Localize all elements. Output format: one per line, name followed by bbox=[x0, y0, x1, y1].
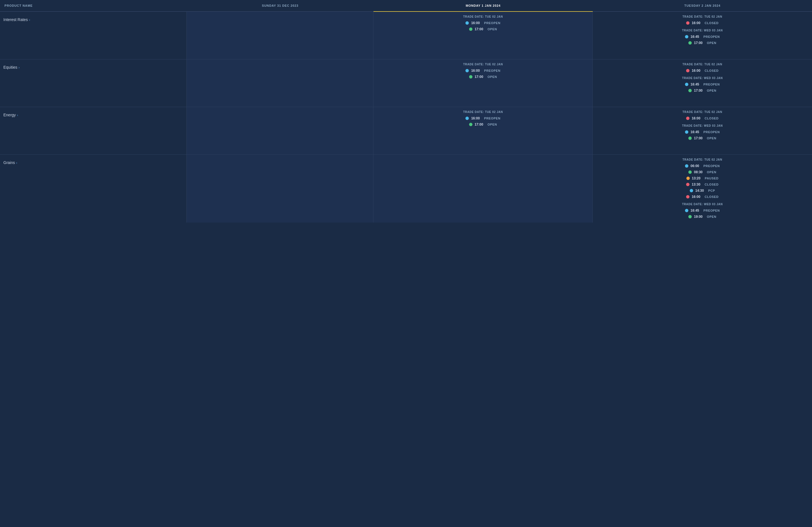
event-item: 16:45PREOPEN bbox=[597, 208, 808, 213]
product-name-cell: Energy › bbox=[0, 107, 187, 155]
event-item: 16:00PREOPEN bbox=[378, 20, 588, 26]
tuesday-cell: TRADE DATE: TUE 02 JAN16:00CLOSEDTRADE D… bbox=[593, 107, 812, 155]
trade-date-label: TRADE DATE: TUE 02 JAN bbox=[378, 15, 588, 18]
trade-date-label: TRADE DATE: WED 03 JAN bbox=[597, 124, 808, 127]
event-status: PREOPEN bbox=[484, 117, 500, 120]
chevron-right-icon: › bbox=[16, 161, 17, 165]
event-time: 16:00 bbox=[692, 116, 702, 120]
event-status: OPEN bbox=[488, 28, 497, 31]
green-status-dot bbox=[688, 41, 692, 45]
trade-date-label: TRADE DATE: TUE 02 JAN bbox=[597, 158, 808, 161]
event-item: 06:00PREOPEN bbox=[597, 163, 808, 169]
col-header-tuesday: TUESDAY 2 JAN 2024 bbox=[593, 0, 812, 11]
table-row: Grains ›TRADE DATE: TUE 02 JAN06:00PREOP… bbox=[0, 155, 812, 223]
event-status: PREOPEN bbox=[704, 35, 720, 39]
event-time: 16:00 bbox=[471, 116, 482, 120]
event-status: CLOSED bbox=[705, 21, 719, 25]
product-name[interactable]: Equities › bbox=[3, 65, 20, 70]
monday-cell: TRADE DATE: TUE 02 JAN16:00PREOPEN17:00O… bbox=[374, 12, 593, 59]
event-item: 17:00OPEN bbox=[378, 27, 588, 32]
trade-date-label: TRADE DATE: TUE 02 JAN bbox=[597, 15, 808, 18]
trade-date-label: TRADE DATE: WED 03 JAN bbox=[597, 203, 808, 206]
event-item: 17:00OPEN bbox=[597, 136, 808, 141]
event-item: 16:45PREOPEN bbox=[597, 130, 808, 134]
green-status-dot bbox=[688, 136, 692, 140]
product-name[interactable]: Grains › bbox=[3, 160, 17, 165]
event-item: 16:45PREOPEN bbox=[597, 34, 808, 39]
event-status: OPEN bbox=[488, 75, 497, 78]
blue-status-dot bbox=[465, 69, 469, 72]
event-time: 16:45 bbox=[691, 83, 701, 86]
event-item: 17:00OPEN bbox=[378, 122, 588, 127]
orange-status-dot bbox=[686, 177, 690, 180]
red-status-dot bbox=[686, 69, 690, 72]
sunday-cell bbox=[187, 12, 374, 59]
chevron-right-icon: › bbox=[17, 113, 18, 117]
green-status-dot bbox=[688, 215, 692, 218]
monday-cell: TRADE DATE: TUE 02 JAN16:00PREOPEN17:00O… bbox=[374, 107, 593, 155]
product-name-cell: Equities › bbox=[0, 59, 187, 107]
event-item: 16:00CLOSED bbox=[597, 20, 808, 26]
blue-status-dot bbox=[685, 209, 688, 212]
event-time: 17:00 bbox=[694, 41, 705, 45]
chevron-right-icon: › bbox=[29, 18, 30, 22]
red-status-dot bbox=[686, 21, 690, 25]
tuesday-cell: TRADE DATE: TUE 02 JAN16:00CLOSEDTRADE D… bbox=[593, 59, 812, 107]
green-status-dot bbox=[469, 123, 473, 126]
event-time: 08:30 bbox=[694, 170, 705, 174]
event-status: PREOPEN bbox=[704, 164, 720, 167]
event-item: 16:00CLOSED bbox=[597, 68, 808, 73]
event-status: PREOPEN bbox=[704, 83, 720, 86]
event-status: OPEN bbox=[707, 136, 716, 140]
event-time: 16:45 bbox=[691, 208, 701, 213]
event-status: OPEN bbox=[707, 89, 716, 92]
trade-date-label: TRADE DATE: TUE 02 JAN bbox=[597, 111, 808, 114]
blue-status-dot bbox=[685, 164, 688, 167]
col-header-monday: MONDAY 1 JAN 2024 bbox=[374, 0, 593, 12]
event-status: OPEN bbox=[707, 41, 716, 45]
event-time: 16:00 bbox=[471, 21, 482, 25]
event-item: 17:00OPEN bbox=[378, 74, 588, 79]
event-time: 17:00 bbox=[694, 136, 705, 140]
event-item: 14:30PCP bbox=[597, 188, 808, 193]
blue-status-dot bbox=[685, 83, 688, 86]
event-time: 16:00 bbox=[471, 69, 482, 73]
product-name[interactable]: Interest Rates › bbox=[3, 17, 30, 22]
table-body: Interest Rates ›TRADE DATE: TUE 02 JAN16… bbox=[0, 12, 812, 223]
event-status: PREOPEN bbox=[484, 21, 500, 25]
product-name[interactable]: Energy › bbox=[3, 113, 18, 117]
event-status: OPEN bbox=[707, 215, 716, 218]
event-item: 16:45PREOPEN bbox=[597, 82, 808, 87]
event-time: 13:30 bbox=[692, 182, 702, 187]
trade-date-label: TRADE DATE: WED 03 JAN bbox=[597, 29, 808, 32]
event-time: 16:00 bbox=[692, 195, 702, 199]
market-hours-table: PRODUCT NAMESUNDAY 31 DEC 2023MONDAY 1 J… bbox=[0, 0, 812, 223]
event-status: PAUSED bbox=[705, 177, 719, 180]
green-status-dot bbox=[469, 28, 473, 31]
blue-status-dot bbox=[685, 35, 688, 39]
green-status-dot bbox=[469, 75, 473, 78]
monday-cell: TRADE DATE: TUE 02 JAN16:00PREOPEN17:00O… bbox=[374, 59, 593, 107]
green-status-dot bbox=[688, 171, 692, 174]
chevron-right-icon: › bbox=[18, 65, 20, 70]
event-status: CLOSED bbox=[705, 117, 719, 120]
event-time: 13:20 bbox=[692, 176, 702, 180]
tuesday-cell: TRADE DATE: TUE 02 JAN06:00PREOPEN08:30O… bbox=[593, 155, 812, 223]
sunday-cell bbox=[187, 59, 374, 107]
product-name-cell: Interest Rates › bbox=[0, 12, 187, 59]
red-status-dot bbox=[686, 195, 690, 199]
event-item: 16:00CLOSED bbox=[597, 194, 808, 199]
blue-status-dot bbox=[465, 21, 469, 25]
table-row: Energy ›TRADE DATE: TUE 02 JAN16:00PREOP… bbox=[0, 107, 812, 155]
event-item: 16:00CLOSED bbox=[597, 116, 808, 121]
blue-status-dot bbox=[465, 117, 469, 120]
event-item: 17:00OPEN bbox=[597, 88, 808, 93]
event-item: 08:30OPEN bbox=[597, 170, 808, 175]
table-row: Equities ›TRADE DATE: TUE 02 JAN16:00PRE… bbox=[0, 59, 812, 107]
table-header: PRODUCT NAMESUNDAY 31 DEC 2023MONDAY 1 J… bbox=[0, 0, 812, 12]
event-time: 16:00 bbox=[692, 21, 702, 25]
event-status: CLOSED bbox=[705, 183, 719, 186]
trade-date-label: TRADE DATE: TUE 02 JAN bbox=[378, 111, 588, 114]
sunday-cell bbox=[187, 155, 374, 223]
green-status-dot bbox=[688, 89, 692, 92]
